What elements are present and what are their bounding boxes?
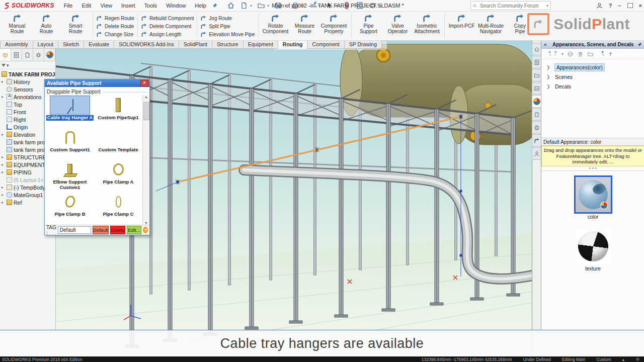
menu-item[interactable]: View — [96, 3, 117, 9]
pipe-support-item[interactable]: Custom PipeSup1 — [94, 95, 142, 127]
menu-item[interactable]: Edit — [77, 3, 96, 9]
minimize-button[interactable]: – — [618, 3, 621, 9]
ribbon-button[interactable]: Change Size — [96, 31, 133, 38]
help-icon[interactable]: ? — [609, 3, 612, 9]
ribbon-button[interactable]: SmartRoute — [61, 13, 90, 34]
ribbon-button[interactable]: ValveOperator — [384, 13, 412, 34]
trash-icon[interactable] — [577, 51, 584, 57]
expand-arrow-icon[interactable]: ▸ — [2, 193, 5, 197]
pin-icon[interactable] — [637, 42, 642, 47]
expand-arrow-icon[interactable]: ▸ — [2, 79, 5, 84]
dialog-title-bar[interactable]: Available Pipe Support ✕ — [45, 79, 149, 87]
command-tab[interactable]: Assembly — [0, 40, 33, 49]
ribbon-button[interactable]: Assign Length — [141, 31, 181, 38]
displaymanager-tab[interactable] — [44, 49, 55, 61]
menu-item[interactable]: File — [59, 3, 77, 9]
close-button[interactable]: × — [639, 3, 642, 9]
ribbon-button[interactable]: Elevation Move Pipe — [200, 31, 255, 38]
restore-button[interactable] — [627, 3, 633, 8]
command-tab[interactable]: Layout — [33, 40, 59, 49]
tag-input[interactable] — [58, 226, 91, 234]
help-icon[interactable]: ? — [143, 227, 148, 233]
expand-arrow-icon[interactable]: ▸ — [2, 132, 5, 137]
command-tab[interactable]: Evaluate — [84, 40, 114, 49]
search-input[interactable] — [479, 3, 547, 9]
appearances-tree-item[interactable]: ❯ Decals — [541, 81, 644, 91]
appearances-tree-item[interactable]: ❯ Scenes — [541, 72, 644, 81]
pipe-support-item[interactable]: Pipe Clamp C — [94, 192, 142, 224]
pipe-support-item[interactable]: Cable tray Hanger A — [46, 95, 94, 127]
collapse-icon[interactable]: « — [541, 42, 549, 47]
scrollbar-thumb[interactable] — [143, 102, 149, 120]
open-folder-icon[interactable] — [587, 51, 594, 57]
command-tab[interactable]: Sketch — [58, 40, 84, 49]
edit-button[interactable]: Edit... — [127, 226, 142, 234]
appearances-scenes-decals-tab[interactable] — [532, 95, 542, 108]
expand-arrow-icon[interactable]: ▸ — [2, 185, 5, 190]
scroll-up-icon[interactable]: ▲ — [144, 95, 148, 99]
ribbon-button[interactable]: Delete Route — [96, 23, 134, 30]
propertymanager-tab[interactable] — [11, 49, 22, 61]
expand-arrow-icon[interactable]: ❯ — [546, 65, 550, 70]
menu-item[interactable]: Insert — [117, 3, 140, 9]
menu-item[interactable]: Window — [162, 3, 190, 9]
expand-arrow-icon[interactable]: ▸ — [2, 170, 5, 174]
ribbon-button[interactable]: ComponentProperty — [320, 13, 348, 34]
expand-arrow-icon[interactable]: ❯ — [546, 74, 550, 79]
menu-item[interactable]: Help — [190, 3, 211, 9]
tree-root-assembly[interactable]: TANK FARM PROJE — [0, 70, 55, 78]
community-search[interactable]: ▾ — [470, 1, 551, 10]
custom-properties-tab[interactable] — [532, 108, 542, 121]
ribbon-button[interactable]: Multi-RouteNavigator — [477, 13, 505, 34]
expand-arrow-icon[interactable]: ▸ — [2, 200, 5, 205]
forward-icon[interactable] — [554, 51, 561, 57]
open-icon[interactable] — [257, 2, 265, 10]
design-library-tab[interactable] — [532, 56, 542, 68]
scroll-down-icon[interactable]: ▼ — [144, 221, 148, 225]
splitter-handle[interactable] — [541, 166, 644, 171]
new-document-icon[interactable] — [240, 2, 248, 10]
home-icon[interactable] — [227, 2, 235, 10]
default-button[interactable]: Default — [93, 226, 109, 234]
solidworks-resources-tab[interactable] — [532, 43, 542, 55]
texture-appearance-thumbnail[interactable] — [576, 229, 611, 264]
appearance-ball-icon[interactable] — [567, 51, 574, 57]
dialog-scrollbar[interactable]: ▲ ▼ — [142, 95, 149, 225]
ribbon-button[interactable]: AutoRoute — [32, 13, 60, 34]
ribbon-button[interactable]: Jog Route — [200, 15, 232, 22]
appearances-tree-item[interactable]: ❯ Appearances(color) — [541, 62, 644, 72]
ribbon-button[interactable]: PipeSupport — [355, 13, 383, 34]
ribbon-button[interactable]: Import-PCF — [448, 13, 476, 29]
refresh-icon[interactable] — [597, 51, 604, 57]
dimxpertmanager-tab[interactable] — [33, 49, 44, 61]
pipe-support-item[interactable]: Custom Template — [94, 127, 142, 159]
configuration-name[interactable]: Custom — [596, 357, 611, 362]
command-tab[interactable]: SolidPlant — [179, 40, 212, 49]
configurationmanager-tab[interactable] — [22, 49, 33, 61]
pipe-support-item[interactable]: Custom Support1 — [46, 127, 94, 159]
back-icon[interactable] — [544, 51, 551, 57]
user-login-icon[interactable] — [596, 3, 603, 9]
ribbon-button[interactable]: ManualRoute — [3, 13, 31, 34]
expand-arrow-icon[interactable]: ▸ — [2, 155, 5, 159]
view-palette-tab[interactable] — [532, 82, 542, 95]
command-tab[interactable]: SOLIDWORKS Add-Ins — [114, 40, 179, 49]
up-level-icon[interactable] — [607, 51, 614, 57]
ribbon-button[interactable]: MeasureRoute — [291, 13, 319, 34]
dialog-close-button[interactable]: ✕ — [140, 80, 148, 86]
ribbon-button[interactable]: Split Pipe — [200, 23, 230, 30]
command-tab[interactable]: Component — [307, 40, 344, 49]
color-appearance-thumbnail[interactable] — [576, 177, 611, 212]
ribbon-button[interactable]: Delete Component — [141, 23, 191, 30]
menu-item[interactable]: Tools — [140, 3, 162, 9]
pipe-support-item[interactable]: Pipe Clamp A — [94, 159, 142, 192]
tree-filter[interactable]: ▾ — [0, 61, 55, 69]
command-tab[interactable]: Routing — [278, 40, 308, 49]
expand-arrow-icon[interactable]: ▸ — [2, 95, 5, 99]
pin-icon[interactable] — [212, 3, 218, 9]
command-tab[interactable]: SP Drawing — [344, 40, 382, 49]
ribbon-button[interactable]: RotateComponent — [262, 13, 290, 34]
featuremanager-tree-tab[interactable] — [0, 49, 11, 61]
config-caret-icon[interactable]: ▴ — [622, 357, 624, 362]
print3d-tab[interactable] — [532, 121, 542, 134]
